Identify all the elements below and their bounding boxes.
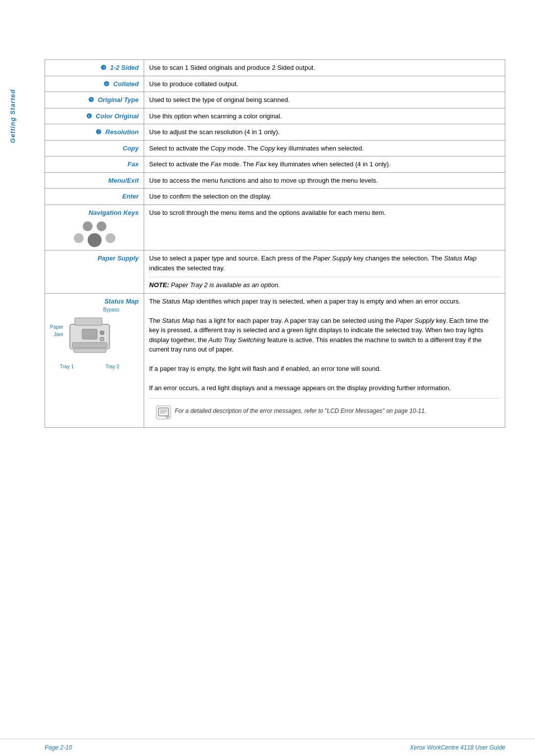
fax-inline2: Fax xyxy=(256,160,267,168)
key-cell: Menu/Exit xyxy=(45,172,144,189)
svg-rect-3 xyxy=(75,318,102,325)
key-cell: ❼ Resolution xyxy=(45,124,144,141)
nav-circle-top-row xyxy=(83,221,107,231)
table-row: ❺ Original Type Used to select the type … xyxy=(45,92,505,108)
svg-rect-1 xyxy=(72,343,107,348)
paper-supply-italic-sm: Paper Supply xyxy=(396,317,434,324)
key-fax: Fax xyxy=(128,160,139,168)
svg-rect-4 xyxy=(82,329,97,339)
key-original-type: Original Type xyxy=(98,96,139,103)
key-copy: Copy xyxy=(123,145,139,152)
table-row: Status Map Bypass PaperJam xyxy=(45,293,505,427)
value-color-original: Use this option when scanning a color or… xyxy=(149,112,282,120)
nav-keys-diagram xyxy=(50,219,139,247)
paper-jam-label: PaperJam xyxy=(50,323,63,338)
nav-circle-center xyxy=(88,233,102,247)
status-map-italic-2: Status Map xyxy=(162,317,195,324)
key-collated: Collated xyxy=(113,80,139,88)
copy-inline-copy2: Copy xyxy=(260,145,275,152)
tip-row: For a detailed description of the error … xyxy=(149,403,500,424)
bullet-4: ❹ xyxy=(104,80,109,88)
paper-supply-italic: Paper Supply xyxy=(313,254,352,262)
table-row: ❹ Collated Use to produce collated outpu… xyxy=(45,76,505,92)
tray2-label: Tray 2 xyxy=(106,363,119,370)
paper-supply-text: Use to select a paper type and source. E… xyxy=(149,253,500,273)
key-cell: Enter xyxy=(45,189,144,205)
key-cell: ❸ 1-2 Sided xyxy=(45,60,144,76)
table-row: ❼ Resolution Use to adjust the scan reso… xyxy=(45,124,505,141)
key-color-original: Color Original xyxy=(96,112,139,120)
note-text: Paper Tray 2 is available as an option. xyxy=(171,281,280,289)
footer: Page 2-10 Xerox WorkCentre 4118 User Gui… xyxy=(0,739,535,756)
value-original-type: Used to select the type of original bein… xyxy=(149,96,290,103)
status-map-italic-ps: Status Map xyxy=(444,254,477,262)
table-row: Menu/Exit Use to access the menu functio… xyxy=(45,172,505,189)
nav-circle-2 xyxy=(97,221,107,231)
value-cell: Select to activate the Copy mode. The Co… xyxy=(144,140,505,156)
bullet-3: ❸ xyxy=(101,64,107,71)
value-cell: Use to access the menu functions and als… xyxy=(144,172,505,189)
main-content: ❸ 1-2 Sided Use to scan 1 Sided original… xyxy=(45,59,505,709)
value-cell: Use to produce collated output. xyxy=(144,76,505,92)
value-nav-keys: Use to scroll through the menu items and… xyxy=(149,209,386,216)
status-map-diagram: Bypass PaperJam xyxy=(50,306,129,370)
paper-supply-note: NOTE: Paper Tray 2 is available as an op… xyxy=(149,277,500,290)
sidebar-label: Getting Started xyxy=(9,89,16,143)
note-label: NOTE: xyxy=(149,281,169,289)
value-cell: Use to adjust the scan resolution (4 in … xyxy=(144,124,505,141)
svg-rect-2 xyxy=(74,349,106,353)
tray1-label: Tray 1 xyxy=(60,363,74,370)
key-cell: ❹ Collated xyxy=(45,76,144,92)
key-cell: ❺ Original Type xyxy=(45,92,144,108)
nav-circle-3 xyxy=(74,233,84,243)
value-enter: Use to confirm the selection on the disp… xyxy=(149,193,271,200)
value-cell: Used to select the type of original bein… xyxy=(144,92,505,108)
value-cell: Select to activate the Fax mode. The Fax… xyxy=(144,156,505,173)
table-row: Copy Select to activate the Copy mode. T… xyxy=(45,140,505,156)
note-icon-svg xyxy=(157,406,170,420)
table-row: ❻ Color Original Use this option when sc… xyxy=(45,108,505,124)
value-cell: The Status Map identifies which paper tr… xyxy=(144,293,505,427)
svg-rect-7 xyxy=(159,408,168,416)
nav-circle-bottom-row xyxy=(74,233,115,247)
key-paper-supply: Paper Supply xyxy=(98,254,139,262)
table-row: Paper Supply Use to select a paper type … xyxy=(45,251,505,294)
value-cell: Use to select a paper type and source. E… xyxy=(144,251,505,294)
value-resolution: Use to adjust the scan resolution (4 in … xyxy=(149,128,280,136)
value-cell: Use to confirm the selection on the disp… xyxy=(144,189,505,205)
status-map-text-2: The Status Map has a light for each pape… xyxy=(149,316,500,354)
value-cell: Use to scan 1 Sided originals and produc… xyxy=(144,60,505,76)
key-cell: Paper Supply xyxy=(45,251,144,294)
bullet-6: ❻ xyxy=(86,112,92,120)
key-enter: Enter xyxy=(122,193,139,200)
bullet-5: ❺ xyxy=(88,96,94,103)
nav-circle-1 xyxy=(83,221,93,231)
table-row: Enter Use to confirm the selection on th… xyxy=(45,189,505,205)
fax-inline: Fax xyxy=(211,160,221,168)
key-cell: ❻ Color Original xyxy=(45,108,144,124)
status-map-text-1: The Status Map identifies which paper tr… xyxy=(149,297,500,306)
key-sided: 1-2 Sided xyxy=(110,64,139,71)
value-menu-exit: Use to access the menu functions and als… xyxy=(149,177,378,184)
table-row: ❸ 1-2 Sided Use to scan 1 Sided original… xyxy=(45,60,505,76)
printer-svg xyxy=(65,312,119,356)
svg-point-6 xyxy=(100,337,104,341)
key-resolution: Resolution xyxy=(106,128,139,136)
table-row: Navigation Keys xyxy=(45,204,505,251)
status-map-text-4: If an error occurs, a red light displays… xyxy=(149,383,500,393)
svg-point-5 xyxy=(100,331,104,335)
page-wrapper: Getting Started ❸ 1-2 Sided Use to scan … xyxy=(0,0,535,756)
main-table: ❸ 1-2 Sided Use to scan 1 Sided original… xyxy=(45,59,505,428)
value-cell: Use to scroll through the menu items and… xyxy=(144,204,505,251)
footer-title: Xerox WorkCentre 4118 User Guide xyxy=(410,744,505,751)
status-map-text-3: If a paper tray is empty, the light will… xyxy=(149,364,500,374)
key-cell: Fax xyxy=(45,156,144,173)
status-map-italic-1: Status Map xyxy=(162,298,195,305)
tip-section: For a detailed description of the error … xyxy=(149,398,500,424)
nav-circle-4 xyxy=(106,233,115,243)
key-nav-keys: Navigation Keys xyxy=(89,209,139,216)
key-menu-exit: Menu/Exit xyxy=(108,177,139,184)
tip-icon xyxy=(156,405,171,419)
tip-text: For a detailed description of the error … xyxy=(175,406,426,415)
value-collated: Use to produce collated output. xyxy=(149,80,238,88)
